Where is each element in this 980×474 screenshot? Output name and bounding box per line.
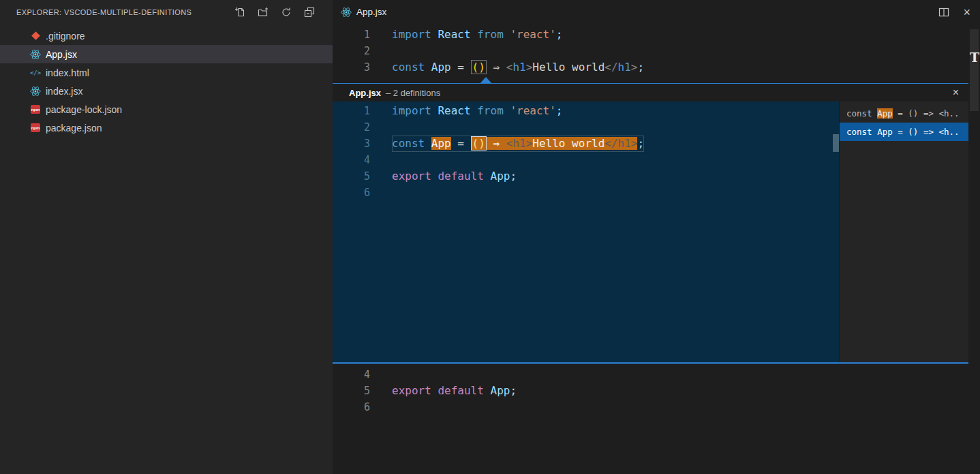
result-text: const App = () => <h.. — [846, 127, 960, 137]
vscode-window: EXPLORER: VSCODE-MULTIPLE-DEFINITIONS — [0, 0, 980, 474]
editor-code-top[interactable]: 1import React from 'react';23const App =… — [333, 24, 980, 76]
react-icon — [30, 49, 41, 60]
editor-tabbar: App.jsx × — [333, 0, 980, 24]
code-text: export default App; — [392, 168, 517, 185]
peek-body: 1import React from 'react';23const App =… — [333, 101, 968, 362]
line-number: 1 — [333, 103, 370, 119]
peek-title-filename: App.jsx — [349, 88, 381, 98]
refresh-button[interactable] — [278, 4, 294, 20]
file-item-package-lock-json[interactable]: npm package-lock.json — [0, 100, 333, 118]
tab-app-jsx[interactable]: App.jsx — [333, 0, 396, 24]
react-icon — [30, 86, 41, 97]
file-name: .gitignore — [46, 31, 85, 42]
file-item-package-json[interactable]: npm package.json — [0, 118, 333, 137]
editor-area: App.jsx × 1import React from 'react';23c… — [333, 0, 980, 474]
result-text: const — [846, 108, 877, 118]
collapse-all-button[interactable] — [301, 4, 318, 20]
explorer-header: EXPLORER: VSCODE-MULTIPLE-DEFINITIONS — [0, 0, 333, 25]
peek-close-icon[interactable]: × — [953, 87, 959, 98]
code-text: export default App; — [392, 383, 517, 399]
peek-anchor-arrow — [480, 77, 492, 84]
line-number: 5 — [333, 383, 370, 399]
line-number: 1 — [333, 27, 370, 43]
code-text: const App = () ⇒ <h1>Hello world</h1>; — [392, 59, 644, 76]
file-item-gitignore[interactable]: .gitignore — [0, 27, 333, 45]
git-icon — [30, 31, 41, 42]
npm-icon: npm — [31, 123, 40, 132]
close-editor-icon[interactable]: × — [963, 6, 970, 18]
line-number: 3 — [333, 59, 370, 76]
file-name: App.jsx — [46, 49, 77, 60]
file-name: package.json — [46, 123, 102, 133]
code-line[interactable]: 3const App = () ⇒ <h1>Hello world</h1>; — [333, 136, 839, 152]
peek-widget: App.jsx – 2 definitions × 1import React … — [333, 83, 968, 364]
line-number: 3 — [333, 136, 370, 152]
new-file-icon — [234, 7, 245, 18]
file-list: .gitignore App.jsx </> index.html index.… — [0, 27, 333, 137]
file-item-index-jsx[interactable]: index.jsx — [0, 82, 333, 100]
react-icon — [341, 7, 352, 18]
code-line[interactable]: 6 — [333, 399, 980, 415]
result-text: = () => <h.. — [893, 108, 960, 118]
explorer-actions — [232, 4, 318, 20]
npm-icon: npm — [31, 105, 40, 114]
code-line[interactable]: 1import React from 'react'; — [333, 103, 839, 119]
peek-title-description: – 2 definitions — [386, 88, 440, 98]
new-folder-icon — [258, 7, 269, 18]
code-line[interactable]: 5export default App; — [333, 383, 980, 399]
definition-item[interactable]: const App = () => <h.. — [840, 104, 968, 123]
code-text: const App = () ⇒ <h1>Hello world</h1>; — [392, 136, 644, 152]
peek-editor[interactable]: 1import React from 'react';23const App =… — [333, 101, 839, 362]
file-name: index.html — [46, 67, 89, 78]
peek-results-list: const App = () => <h.. const App = () =>… — [839, 101, 968, 362]
explorer-title: EXPLORER: VSCODE-MULTIPLE-DEFINITIONS — [16, 8, 192, 16]
file-name: package-lock.json — [46, 104, 122, 115]
split-editor-icon — [938, 7, 949, 18]
new-folder-button[interactable] — [255, 4, 271, 20]
split-editor-button[interactable] — [936, 4, 952, 20]
new-file-button[interactable] — [232, 4, 248, 20]
definition-item-selected[interactable]: const App = () => <h.. — [840, 123, 968, 141]
code-text: import React from 'react'; — [392, 27, 562, 43]
line-number: 4 — [333, 366, 370, 383]
editor-actions: × — [936, 4, 980, 20]
code-line[interactable]: 5export default App; — [333, 168, 839, 185]
explorer-sidebar: EXPLORER: VSCODE-MULTIPLE-DEFINITIONS — [0, 0, 333, 474]
line-number: 4 — [333, 152, 370, 168]
line-number: 6 — [333, 399, 370, 415]
html-icon: </> — [30, 67, 41, 78]
line-number: 5 — [333, 168, 370, 185]
collapse-all-icon — [304, 7, 315, 18]
code-line[interactable]: 4 — [333, 152, 839, 168]
code-line[interactable]: 4 — [333, 366, 980, 383]
code-line[interactable]: 2 — [333, 43, 980, 59]
code-line[interactable]: 3const App = () ⇒ <h1>Hello world</h1>; — [333, 59, 980, 76]
line-number: 6 — [333, 185, 370, 201]
code-line[interactable]: 1import React from 'react'; — [333, 27, 980, 43]
file-item-app-jsx[interactable]: App.jsx — [0, 45, 333, 63]
editor-scrollbar[interactable]: T — [968, 24, 980, 474]
line-number: 2 — [333, 119, 370, 136]
result-match-highlight: App — [877, 108, 893, 118]
editor-code-bottom[interactable]: 45export default App;6 — [333, 364, 980, 415]
peek-title-bar: App.jsx – 2 definitions × — [333, 84, 968, 101]
minimap-mark: T — [970, 50, 979, 65]
scrollbar-slider[interactable] — [970, 29, 979, 111]
peek-scrollbar[interactable] — [833, 134, 839, 152]
refresh-icon — [281, 7, 292, 18]
code-line[interactable]: 2 — [333, 119, 839, 136]
tab-label: App.jsx — [356, 7, 386, 17]
code-text: import React from 'react'; — [392, 103, 562, 119]
file-item-index-html[interactable]: </> index.html — [0, 63, 333, 82]
line-number: 2 — [333, 43, 370, 59]
code-line[interactable]: 6 — [333, 185, 839, 201]
file-name: index.jsx — [46, 86, 82, 97]
